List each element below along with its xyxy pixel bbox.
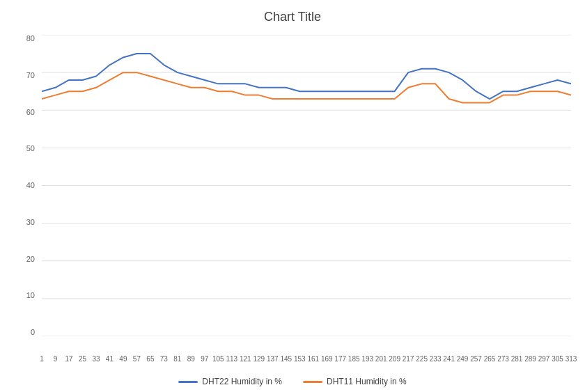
x-label-209: 209 xyxy=(389,356,400,363)
y-label-40: 40 xyxy=(26,182,35,189)
chart-svg xyxy=(42,35,571,336)
x-label-57: 57 xyxy=(133,356,141,363)
x-label-241: 241 xyxy=(443,356,455,363)
x-label-273: 273 xyxy=(497,356,509,363)
x-label-145: 145 xyxy=(280,356,292,363)
x-label-121: 121 xyxy=(240,356,251,363)
x-label-281: 281 xyxy=(511,356,523,363)
y-axis-labels: 80 70 60 50 40 30 20 10 0 xyxy=(0,35,40,336)
legend-dht11: DHT11 Humidity in % xyxy=(303,377,407,386)
x-label-161: 161 xyxy=(307,356,319,363)
x-label-33: 33 xyxy=(92,356,100,363)
x-label-137: 137 xyxy=(267,356,279,363)
x-label-81: 81 xyxy=(173,356,181,363)
legend-dht22-line xyxy=(178,381,198,383)
y-label-60: 60 xyxy=(26,109,35,116)
x-label-225: 225 xyxy=(416,356,428,363)
legend-dht22: DHT22 Humidity in % xyxy=(178,377,282,386)
y-label-0: 0 xyxy=(31,329,35,336)
y-label-20: 20 xyxy=(26,256,35,263)
x-label-153: 153 xyxy=(294,356,306,363)
x-label-41: 41 xyxy=(106,356,114,363)
x-label-305: 305 xyxy=(552,356,563,363)
x-label-257: 257 xyxy=(470,356,482,363)
x-label-193: 193 xyxy=(361,356,373,363)
x-label-265: 265 xyxy=(484,356,496,363)
x-label-185: 185 xyxy=(348,356,360,363)
x-label-89: 89 xyxy=(187,356,195,363)
x-label-177: 177 xyxy=(334,356,346,363)
x-label-65: 65 xyxy=(146,356,154,363)
chart-legend: DHT22 Humidity in % DHT11 Humidity in % xyxy=(0,377,585,386)
legend-dht11-line xyxy=(303,381,322,383)
legend-dht22-label: DHT22 Humidity in % xyxy=(202,377,282,386)
x-label-17: 17 xyxy=(65,356,72,363)
y-label-50: 50 xyxy=(26,145,35,152)
x-axis-labels: 1917253341495765738189971051131211291371… xyxy=(42,356,571,370)
x-label-73: 73 xyxy=(160,356,168,363)
y-label-80: 80 xyxy=(26,35,35,42)
x-label-113: 113 xyxy=(226,356,237,363)
x-label-129: 129 xyxy=(253,356,265,363)
x-label-1: 1 xyxy=(40,356,44,363)
x-label-313: 313 xyxy=(566,356,577,363)
x-label-289: 289 xyxy=(524,356,536,363)
x-label-217: 217 xyxy=(403,356,414,363)
y-label-30: 30 xyxy=(26,219,35,226)
legend-dht11-label: DHT11 Humidity in % xyxy=(327,377,407,386)
x-label-297: 297 xyxy=(538,356,550,363)
x-label-9: 9 xyxy=(54,356,58,363)
x-label-233: 233 xyxy=(430,356,442,363)
x-label-25: 25 xyxy=(79,356,86,363)
x-label-105: 105 xyxy=(212,356,224,363)
x-label-97: 97 xyxy=(201,356,208,363)
y-label-10: 10 xyxy=(26,292,35,299)
chart-container: Chart Title 80 70 60 50 40 30 20 10 0 19… xyxy=(0,0,585,392)
x-label-249: 249 xyxy=(457,356,469,363)
x-label-201: 201 xyxy=(375,356,387,363)
x-label-49: 49 xyxy=(119,356,127,363)
x-label-169: 169 xyxy=(321,356,333,363)
y-label-70: 70 xyxy=(26,72,35,79)
chart-title: Chart Title xyxy=(0,0,585,29)
